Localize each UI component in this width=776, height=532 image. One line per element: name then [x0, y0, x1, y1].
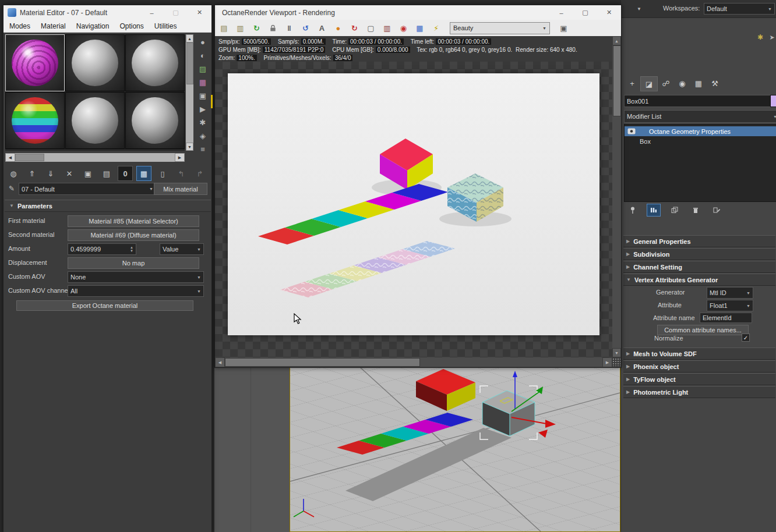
- tab-motion-icon[interactable]: ◉: [674, 76, 690, 90]
- rollout-parameters[interactable]: ▼ Parameters: [5, 200, 211, 212]
- close-button[interactable]: ✕: [188, 5, 211, 20]
- attribute-dropdown[interactable]: Float1 ▼: [707, 300, 753, 311]
- viewport-perspective[interactable]: [290, 367, 620, 532]
- object-color-swatch[interactable]: [770, 95, 776, 107]
- scroll-down-button[interactable]: ▼: [612, 348, 621, 357]
- render-passes-icon[interactable]: ●: [332, 22, 344, 34]
- reset-map-icon[interactable]: ✕: [62, 166, 77, 181]
- kernel-bolt-icon[interactable]: ⚡: [430, 22, 442, 34]
- menu-navigation[interactable]: Navigation: [76, 22, 110, 30]
- sample-slot[interactable]: [65, 92, 125, 149]
- menu-utilities[interactable]: Utilities: [154, 22, 177, 30]
- go-forward-to-sibling-icon[interactable]: ↱: [192, 166, 207, 181]
- show-shaded-material-in-viewport-icon[interactable]: ▦: [136, 166, 151, 181]
- amount-mode-dropdown[interactable]: Value ▼: [160, 243, 204, 255]
- camera-icon[interactable]: ◉: [397, 22, 410, 34]
- get-material-icon[interactable]: ◍: [6, 166, 21, 181]
- modifier-list-dropdown[interactable]: Modifier List ▼: [624, 110, 776, 123]
- tab-utilities-icon[interactable]: ⚒: [707, 76, 723, 90]
- vertical-scrollbar[interactable]: ▲ ▼: [612, 36, 621, 357]
- slots-horizontal-scrollbar[interactable]: ◀ ▶: [5, 153, 185, 162]
- menu-modes[interactable]: Modes: [9, 22, 30, 30]
- rollout-general-properties[interactable]: ▶ General Properties: [623, 235, 775, 247]
- make-preview-icon[interactable]: ▶: [196, 102, 210, 115]
- object-name-field[interactable]: Box001: [624, 95, 774, 107]
- rollout-tyflow-object[interactable]: ▶ TyFlow object: [623, 373, 775, 385]
- sample-slot-active[interactable]: [5, 34, 65, 91]
- material-name-dropdown[interactable]: 07 - Default ▼: [19, 183, 156, 195]
- horizontal-scroll-thumb[interactable]: [225, 358, 420, 367]
- rollout-phoenix-object[interactable]: ▶ Phoenix object: [623, 360, 775, 373]
- tab-modify-icon[interactable]: ◪: [640, 76, 658, 91]
- viewport-left[interactable]: [214, 367, 290, 532]
- video-color-check-icon[interactable]: ▣: [196, 89, 210, 102]
- remove-modifier-icon[interactable]: [689, 204, 703, 217]
- sample-slot[interactable]: [125, 92, 185, 149]
- workspaces-select[interactable]: Default ▼: [704, 3, 775, 15]
- vertical-scroll-thumb[interactable]: [613, 45, 621, 116]
- minimize-button[interactable]: –: [140, 5, 164, 20]
- show-end-result-icon[interactable]: [647, 204, 661, 217]
- rollout-mesh-to-volume-sdf[interactable]: ▶ Mesh to Volume SDF: [623, 347, 775, 360]
- custom-aov-dropdown[interactable]: None ▼: [68, 271, 204, 283]
- spinner-down-icon[interactable]: ▼: [130, 249, 133, 253]
- film-icon[interactable]: ▦: [414, 22, 426, 34]
- scroll-down-button[interactable]: ▼: [186, 143, 193, 151]
- text-overlay-icon[interactable]: A: [316, 22, 328, 34]
- displacement-map-button[interactable]: No map: [68, 257, 199, 269]
- render-pass-dropdown[interactable]: Beauty ▼: [450, 22, 550, 34]
- visibility-eye-icon[interactable]: [627, 128, 636, 134]
- slots-scroll-thumb[interactable]: [186, 42, 193, 84]
- sample-slot[interactable]: [5, 92, 65, 149]
- sample-uv-tiling-icon[interactable]: ▦: [196, 76, 210, 88]
- horizontal-scrollbar[interactable]: ◀ ▶: [215, 357, 612, 367]
- pin-stack-icon[interactable]: [626, 204, 640, 217]
- background-icon[interactable]: ▨: [196, 62, 210, 75]
- slots-hscroll-thumb[interactable]: [15, 154, 44, 161]
- reset-render-icon[interactable]: ↻: [348, 22, 361, 34]
- modifier-stack-item-box[interactable]: Box: [625, 137, 776, 146]
- tab-hierarchy-icon[interactable]: ☍: [658, 76, 674, 90]
- put-material-to-scene-icon[interactable]: ⇑: [24, 166, 40, 181]
- select-by-material-icon[interactable]: ◈: [196, 129, 210, 142]
- rollout-photometric-light[interactable]: ▶ Photometric Light: [623, 386, 775, 398]
- close-button[interactable]: ✕: [597, 5, 621, 20]
- pick-material-pencil-icon[interactable]: ✎: [7, 183, 16, 194]
- menu-material[interactable]: Material: [41, 22, 66, 30]
- common-attribute-names-button[interactable]: Common attribute names...: [657, 325, 749, 335]
- sample-slot[interactable]: [125, 34, 185, 91]
- lock-icon[interactable]: [267, 22, 279, 34]
- scroll-right-button[interactable]: ▶: [602, 357, 612, 367]
- material-map-navigator-icon[interactable]: ≡: [196, 143, 210, 155]
- sample-slot[interactable]: [65, 34, 125, 91]
- first-material-button[interactable]: Material #85 (Material Selector): [68, 215, 199, 227]
- resize-grip[interactable]: [612, 358, 620, 366]
- configure-modifier-sets-icon[interactable]: [710, 204, 724, 217]
- menu-options[interactable]: Options: [119, 22, 143, 30]
- main-toolbar-icon-2[interactable]: ➤: [767, 32, 776, 42]
- fullscreen-icon[interactable]: ▣: [558, 22, 570, 34]
- restart-render-icon[interactable]: ↺: [299, 22, 312, 34]
- refresh-render-icon[interactable]: ↻: [251, 22, 263, 34]
- maximize-button[interactable]: ▢: [164, 5, 188, 20]
- screen-icon[interactable]: ▢: [365, 22, 377, 34]
- copy-clipboard-icon[interactable]: ▥: [234, 22, 246, 34]
- show-end-result-icon[interactable]: ▯: [155, 166, 170, 181]
- tab-create-icon[interactable]: +: [624, 76, 640, 90]
- slots-vertical-scrollbar[interactable]: ▲ ▼: [186, 34, 193, 151]
- modifier-stack-item-octane-geometry[interactable]: Octane Geometry Properties: [625, 126, 776, 136]
- assign-material-to-selection-icon[interactable]: ⇓: [43, 166, 58, 181]
- go-to-parent-icon[interactable]: ↰: [174, 166, 189, 181]
- minimize-button[interactable]: –: [549, 5, 573, 20]
- custom-aov-channel-dropdown[interactable]: All ▼: [68, 285, 204, 297]
- normalize-checkbox[interactable]: ✓: [742, 334, 750, 342]
- rollout-vertex-attributes-generator[interactable]: ▼ Vertex Attributes Generator: [623, 274, 775, 286]
- put-to-library-icon[interactable]: ▤: [99, 166, 114, 181]
- amount-spinner[interactable]: 0.4599999 ▲ ▼: [68, 243, 136, 255]
- scroll-left-button[interactable]: ◀: [215, 357, 225, 367]
- save-render-icon[interactable]: ▤: [218, 22, 230, 34]
- material-id-channel-icon[interactable]: 0: [118, 166, 133, 181]
- toolbar-flyout-caret-icon[interactable]: ▼: [634, 4, 644, 13]
- print-icon[interactable]: ▥: [381, 22, 393, 34]
- rollout-subdivision[interactable]: ▶ Subdivision: [623, 248, 775, 260]
